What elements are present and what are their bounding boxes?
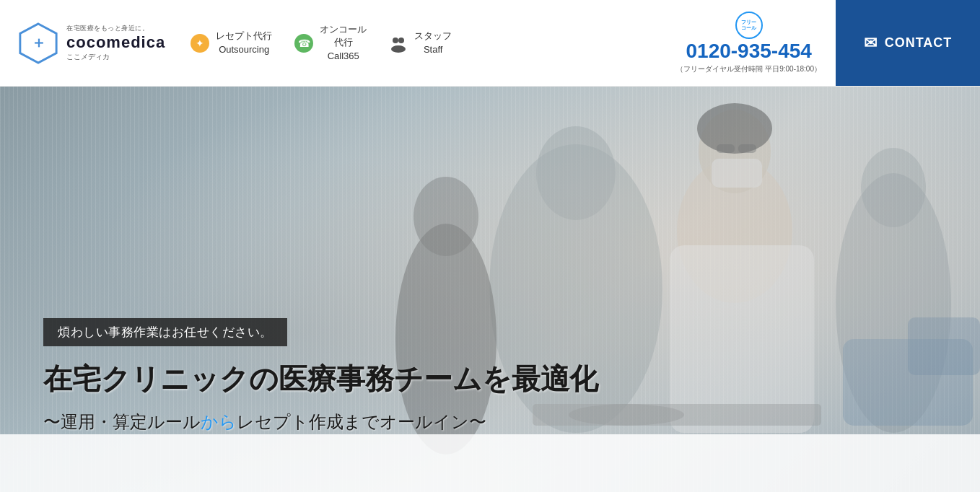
logo-text-block: 在宅医療をもっと身近に。 cocomedica ここメディカ — [66, 24, 165, 62]
receipt-label: レセプト代行 Outsourcing — [216, 30, 272, 56]
contact-button[interactable]: ✉ CONTACT — [836, 0, 980, 86]
svg-point-8 — [391, 45, 406, 53]
phone-hours: （フリーダイヤル受付時間 平日9:00-18:00） — [676, 64, 821, 74]
nav-item-receipt[interactable]: ✦ レセプト代行 Outsourcing — [190, 30, 272, 56]
staff-icon — [388, 33, 408, 53]
svg-rect-16 — [712, 159, 762, 188]
oncall-label: オンコール 代行 Call365 — [320, 23, 367, 63]
receipt-icon: ✦ — [190, 33, 210, 53]
logo-icon: ＋ — [17, 22, 59, 64]
oncall-icon: ☎ — [294, 33, 314, 53]
svg-point-17 — [697, 103, 772, 154]
svg-point-6 — [393, 38, 398, 43]
hero-badge: 煩わしい事務作業はお任せください。 — [43, 318, 287, 346]
logo-name: cocomedica — [66, 35, 165, 50]
logo-tagline: 在宅医療をもっと身近に。 — [66, 24, 165, 33]
hero-subtitle: 〜運用・算定ルールからレセプト作成までオールイン〜 — [43, 410, 937, 434]
envelope-icon: ✉ — [864, 34, 878, 53]
hero-bottom-strip — [0, 434, 980, 492]
svg-point-7 — [398, 38, 404, 43]
svg-text:☎: ☎ — [298, 38, 310, 49]
subtitle-part2: レセプト作成までオールイン〜 — [237, 412, 486, 431]
hero-section: 煩わしい事務作業はお任せください。 在宅クリニックの医療事務チームを最適化 〜運… — [0, 87, 980, 492]
nav-item-oncall[interactable]: ☎ オンコール 代行 Call365 — [294, 23, 367, 63]
nav-items: ✦ レセプト代行 Outsourcing ☎ オンコール 代行 Call365 — [183, 0, 662, 86]
svg-point-19 — [861, 148, 926, 227]
free-call-badge: フリー コール — [735, 12, 763, 39]
subtitle-highlight: から — [201, 412, 237, 431]
logo-kana: ここメディカ — [66, 52, 165, 62]
logo-area[interactable]: ＋ 在宅医療をもっと身近に。 cocomedica ここメディカ — [0, 0, 183, 86]
phone-area: フリー コール 0120-935-454 （フリーダイヤル受付時間 平日9:00… — [662, 0, 836, 86]
svg-text:＋: ＋ — [31, 33, 46, 50]
staff-label: スタッフ Staff — [414, 30, 452, 56]
header: ＋ 在宅医療をもっと身近に。 cocomedica ここメディカ ✦ レセプト代… — [0, 0, 980, 87]
svg-point-10 — [536, 126, 616, 220]
hero-content: 煩わしい事務作業はお任せください。 在宅クリニックの医療事務チームを最適化 〜運… — [0, 318, 980, 434]
svg-text:✦: ✦ — [196, 38, 204, 49]
subtitle-part1: 〜運用・算定ルール — [43, 412, 201, 431]
free-call-area: フリー コール — [735, 12, 763, 39]
hero-title: 在宅クリニックの医療事務チームを最適化 — [43, 361, 937, 397]
contact-label: CONTACT — [885, 35, 953, 50]
svg-point-23 — [414, 177, 478, 256]
phone-number[interactable]: 0120-935-454 — [686, 40, 812, 63]
nav-item-staff[interactable]: スタッフ Staff — [388, 30, 452, 56]
